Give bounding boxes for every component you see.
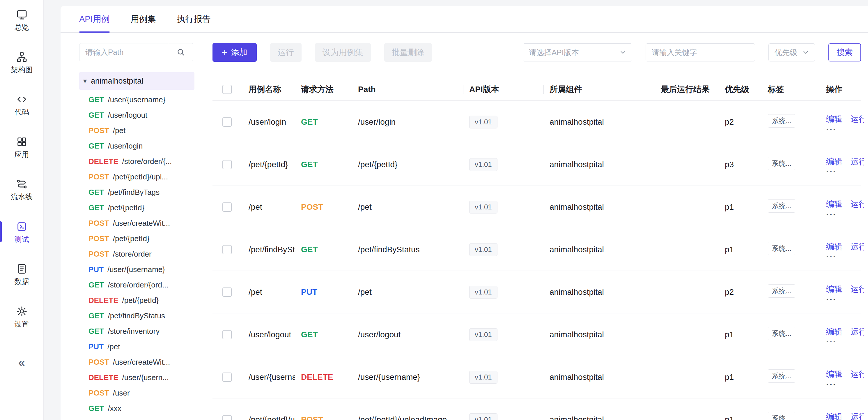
nav-item[interactable]: 总览	[0, 7, 43, 32]
path-search-input[interactable]	[80, 43, 168, 61]
tree-item[interactable]: GET /user/login	[79, 138, 213, 154]
tree-items: GET /user/{username} GET /user/logout PO…	[79, 92, 213, 416]
more-actions-button[interactable]: ...	[826, 295, 864, 300]
tree-item-method: GET	[89, 203, 104, 212]
run-link[interactable]: 运行	[850, 327, 864, 337]
nav-item[interactable]: 测试	[0, 220, 43, 244]
edit-link[interactable]: 编辑	[826, 412, 842, 420]
tree-item[interactable]: GET /xxx	[79, 401, 213, 416]
tab-api-cases[interactable]: API用例	[79, 6, 110, 32]
add-button[interactable]: + 添加	[213, 43, 257, 62]
nav-item[interactable]: 流水线	[0, 177, 43, 202]
cell-component: animalhostpital	[544, 288, 655, 297]
tree-item[interactable]: POST /user	[79, 385, 213, 401]
row-checkbox[interactable]	[222, 203, 232, 212]
tree-item[interactable]: GET /user/logout	[79, 108, 213, 123]
priority-select[interactable]: 优先级	[769, 43, 815, 61]
nav-item[interactable]: 代码	[0, 92, 43, 117]
tree-item[interactable]: PUT /user/{username}	[79, 262, 213, 277]
chevron-down-icon	[802, 49, 809, 56]
nav-item[interactable]: 设置	[0, 304, 43, 329]
run-link[interactable]: 运行	[850, 412, 864, 420]
nav-item[interactable]: 数据	[0, 262, 43, 286]
search-icon[interactable]	[168, 43, 193, 61]
cell-actions: 编辑 运行 ...	[820, 114, 864, 130]
row-checkbox-cell	[213, 117, 243, 127]
row-checkbox[interactable]	[222, 245, 232, 254]
more-actions-button[interactable]: ...	[826, 125, 864, 130]
nav-item[interactable]: 应用	[0, 135, 43, 159]
tree-item[interactable]: DELETE /store/order/{...	[79, 154, 213, 169]
more-actions-button[interactable]: ...	[826, 167, 864, 173]
nav-item[interactable]: 架构图	[0, 50, 43, 74]
row-checkbox-cell	[213, 372, 243, 382]
api-tree-panel: ▾ animalhostpital GET /user/{username} G…	[61, 33, 213, 420]
cell-api-version: v1.01	[463, 243, 544, 256]
run-link[interactable]: 运行	[850, 369, 864, 379]
row-checkbox[interactable]	[222, 160, 232, 169]
pipeline-icon	[16, 178, 28, 190]
row-checkbox[interactable]	[222, 372, 232, 382]
nav-item-label: 总览	[14, 23, 29, 31]
tree-item[interactable]: DELETE /user/{usern...	[79, 370, 213, 385]
tree-item-path: /store/inventory	[108, 327, 159, 336]
more-actions-button[interactable]: ...	[826, 380, 864, 385]
run-link[interactable]: 运行	[850, 157, 864, 167]
row-checkbox[interactable]	[222, 288, 232, 297]
row-checkbox-cell	[213, 160, 243, 169]
cell-path: /user/login	[352, 117, 463, 127]
tree-item[interactable]: GET /user/{username}	[79, 92, 213, 108]
row-checkbox[interactable]	[222, 117, 232, 127]
header-path: Path	[352, 78, 463, 100]
tree-item[interactable]: POST /user/createWit...	[79, 215, 213, 231]
more-actions-button[interactable]: ...	[826, 337, 864, 342]
table-row: /pet/{petId}/u... POST /pet/{petId}/uplo…	[213, 398, 861, 420]
tree-item[interactable]: POST /pet/{petId}	[79, 231, 213, 246]
tree-item[interactable]: POST /pet	[79, 123, 213, 138]
tree-item-method: GET	[89, 111, 104, 120]
table-row: /pet POST /pet v1.01 animalhostpital p1 …	[213, 186, 861, 228]
cell-case-name: /user/logout	[243, 330, 295, 339]
run-link[interactable]: 运行	[850, 114, 864, 124]
tree-root-node[interactable]: ▾ animalhostpital	[79, 72, 194, 90]
run-link[interactable]: 运行	[850, 199, 864, 209]
cell-priority: p2	[719, 288, 762, 297]
cell-case-name: /user/login	[243, 117, 295, 127]
cell-actions: 编辑 运行 ...	[820, 284, 864, 300]
cell-path: /pet	[352, 288, 463, 297]
cell-actions: 编辑 运行 ...	[820, 199, 864, 215]
tree-item-method: PUT	[89, 342, 104, 351]
row-checkbox[interactable]	[222, 330, 232, 339]
cell-method: POST	[295, 203, 352, 212]
api-version-select[interactable]: 请选择API版本	[523, 43, 632, 61]
batch-delete-button[interactable]: 批量删除	[384, 43, 432, 62]
tree-item[interactable]: GET /store/order/{ord...	[79, 277, 213, 293]
cell-method: PUT	[295, 288, 352, 297]
tree-item[interactable]: DELETE /pet/{petId}	[79, 293, 213, 308]
search-button[interactable]: 搜索	[829, 43, 861, 61]
tree-item[interactable]: POST /pet/{petId}/upl...	[79, 169, 213, 185]
tab-run-reports[interactable]: 执行报告	[177, 6, 211, 32]
select-all-checkbox[interactable]	[222, 85, 232, 94]
run-button[interactable]: 运行	[270, 43, 302, 62]
tree-item-path: /pet	[107, 342, 120, 351]
tree-item[interactable]: GET /store/inventory	[79, 324, 213, 339]
set-as-suite-button[interactable]: 设为用例集	[315, 43, 371, 62]
tree-item[interactable]: POST /user/createWit...	[79, 355, 213, 370]
tree-item[interactable]: PUT /pet	[79, 339, 213, 355]
api-version-badge: v1.01	[469, 328, 497, 341]
collapse-sidebar-icon[interactable]: «	[18, 357, 25, 369]
run-link[interactable]: 运行	[850, 284, 864, 294]
more-actions-button[interactable]: ...	[826, 210, 864, 215]
cell-component: animalhostpital	[544, 117, 655, 127]
row-checkbox[interactable]	[222, 415, 232, 420]
table-row: /user/logout GET /user/logout v1.01 anim…	[213, 313, 861, 356]
tree-item[interactable]: POST /store/order	[79, 246, 213, 262]
run-link[interactable]: 运行	[850, 242, 864, 252]
more-actions-button[interactable]: ...	[826, 252, 864, 258]
keyword-input[interactable]	[646, 43, 755, 61]
tab-case-suites[interactable]: 用例集	[131, 6, 156, 32]
tree-item[interactable]: GET /pet/{petId}	[79, 200, 213, 215]
tree-item[interactable]: GET /pet/findByStatus	[79, 308, 213, 324]
tree-item[interactable]: GET /pet/findByTags	[79, 185, 213, 200]
